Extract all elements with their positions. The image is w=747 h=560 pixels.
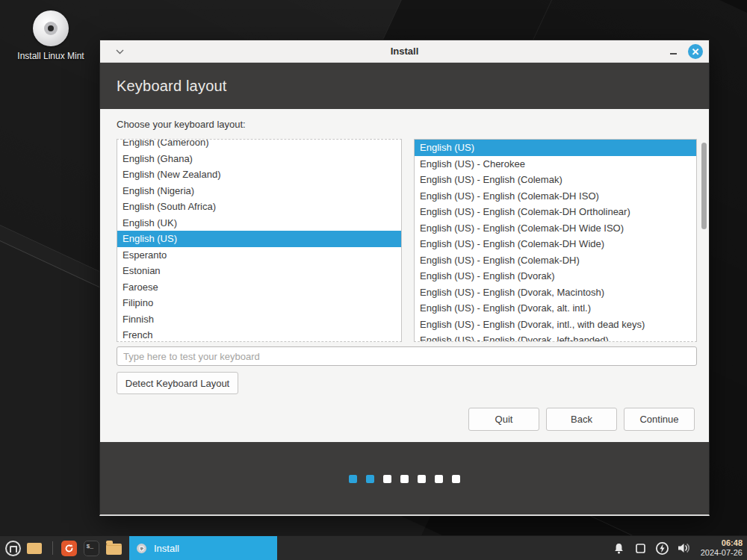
system-tray: 06:48 2024-07-26 — [611, 536, 747, 560]
notifications-bell-icon[interactable] — [611, 540, 627, 556]
variant-list-item[interactable]: English (US) - English (Dvorak) — [415, 268, 696, 284]
titlebar[interactable]: Install ✕ — [100, 40, 709, 63]
progress-dot — [366, 475, 374, 483]
layout-list-item[interactable]: English (UK) — [117, 215, 401, 231]
desktop: Install Linux Mint Install ✕ Keyboard la… — [0, 0, 747, 560]
layout-list-item[interactable]: English (New Zealand) — [117, 167, 401, 183]
browser-icon — [61, 541, 77, 556]
desktop-icon-install-linux-mint[interactable]: Install Linux Mint — [16, 10, 85, 62]
variant-list-item[interactable]: English (US) - English (Dvorak, intl., w… — [415, 317, 696, 333]
clock-date: 2024-07-26 — [701, 548, 743, 558]
layout-list-item[interactable]: Estonian — [117, 263, 401, 279]
layout-list-item[interactable]: Finnish — [117, 311, 401, 328]
taskbar: $_ Install 06:48 — [0, 535, 747, 560]
variant-list-item[interactable]: English (US) - English (Colemak) — [415, 172, 696, 188]
layout-list-item[interactable]: Filipino — [117, 295, 401, 311]
terminal-icon: $_ — [84, 541, 99, 556]
variant-list-item[interactable]: English (US) - English (Dvorak, Macintos… — [415, 284, 696, 301]
terminal-launcher[interactable]: $_ — [80, 536, 102, 560]
variant-list-item[interactable]: English (US) — [415, 140, 696, 156]
workspace-pager-icon[interactable] — [27, 543, 42, 554]
layout-list-item[interactable]: English (Ghana) — [117, 151, 401, 167]
volume-icon[interactable] — [676, 540, 692, 556]
clock[interactable]: 06:48 2024-07-26 — [698, 538, 743, 557]
choose-layout-label: Choose your keyboard layout: — [117, 119, 246, 130]
wizard-footer — [100, 442, 709, 514]
cd-disc-icon — [137, 544, 146, 553]
progress-dots — [100, 475, 709, 483]
content-area: Choose your keyboard layout: English (Ca… — [100, 109, 709, 442]
variant-list-item[interactable]: English (US) - English (Dvorak, left-han… — [415, 332, 696, 342]
minimize-button[interactable] — [669, 47, 678, 56]
progress-dot — [383, 475, 391, 483]
cd-disc-icon — [33, 10, 69, 46]
layout-list-item[interactable]: French — [117, 327, 401, 342]
clock-time: 06:48 — [701, 538, 743, 548]
continue-button[interactable]: Continue — [624, 408, 695, 431]
layout-list-item[interactable]: English (Cameroon) — [117, 139, 401, 151]
variant-list-scrollbar[interactable] — [701, 143, 707, 229]
variant-list-item[interactable]: English (US) - English (Colemak-DH Wide … — [415, 220, 696, 237]
variant-list-item[interactable]: English (US) - English (Colemak-DH) — [415, 252, 696, 269]
taskbar-item-install[interactable]: Install — [129, 536, 277, 560]
taskbar-divider — [52, 541, 53, 555]
close-button[interactable]: ✕ — [688, 44, 703, 59]
layout-list-item[interactable]: English (Nigeria) — [117, 183, 401, 199]
progress-dot — [435, 475, 443, 483]
action-buttons: Quit Back Continue — [468, 408, 695, 431]
folder-icon — [106, 544, 122, 555]
back-button[interactable]: Back — [546, 408, 617, 431]
window-tray-icon[interactable] — [633, 540, 649, 556]
desktop-icon-label: Install Linux Mint — [16, 51, 85, 62]
browser-launcher[interactable] — [58, 536, 80, 560]
layout-list-item[interactable]: English (South Africa) — [117, 199, 401, 215]
progress-dot — [349, 475, 357, 483]
variant-list-item[interactable]: English (US) - English (Colemak-DH Ortho… — [415, 204, 696, 220]
variant-list-item[interactable]: English (US) - English (Colemak-DH Wide) — [415, 236, 696, 252]
chevron-down-icon[interactable] — [114, 46, 125, 57]
keyboard-test-input[interactable] — [117, 346, 697, 366]
page-title: Keyboard layout — [100, 63, 709, 109]
progress-dot — [400, 475, 409, 483]
mint-menu-button[interactable] — [0, 536, 25, 560]
power-icon[interactable] — [654, 540, 671, 556]
variant-list-item[interactable]: English (US) - English (Dvorak, alt. int… — [415, 300, 696, 317]
taskbar-launchers: $_ Install — [0, 536, 277, 560]
progress-dot — [452, 475, 460, 483]
keyboard-variant-list[interactable]: English (US)English (US) - CherokeeEngli… — [414, 139, 697, 342]
variant-list-item[interactable]: English (US) - Cherokee — [415, 156, 696, 172]
layout-list-item[interactable]: English (US) — [117, 231, 401, 247]
detect-keyboard-layout-button[interactable]: Detect Keyboard Layout — [117, 372, 238, 394]
quit-button[interactable]: Quit — [468, 408, 539, 431]
install-window: Install ✕ Keyboard layout Choose your ke… — [99, 40, 710, 516]
layout-list-item[interactable]: Faroese — [117, 279, 401, 296]
layout-list-item[interactable]: Esperanto — [117, 247, 401, 264]
variant-list-item[interactable]: English (US) - English (Colemak-DH ISO) — [415, 188, 696, 205]
mint-logo-icon — [5, 541, 21, 556]
taskbar-item-label: Install — [154, 543, 179, 554]
progress-dot — [418, 475, 426, 483]
keyboard-layout-list[interactable]: English (Cameroon)English (Ghana)English… — [117, 139, 402, 342]
file-manager-launcher[interactable] — [102, 536, 125, 560]
window-title: Install — [100, 46, 709, 57]
